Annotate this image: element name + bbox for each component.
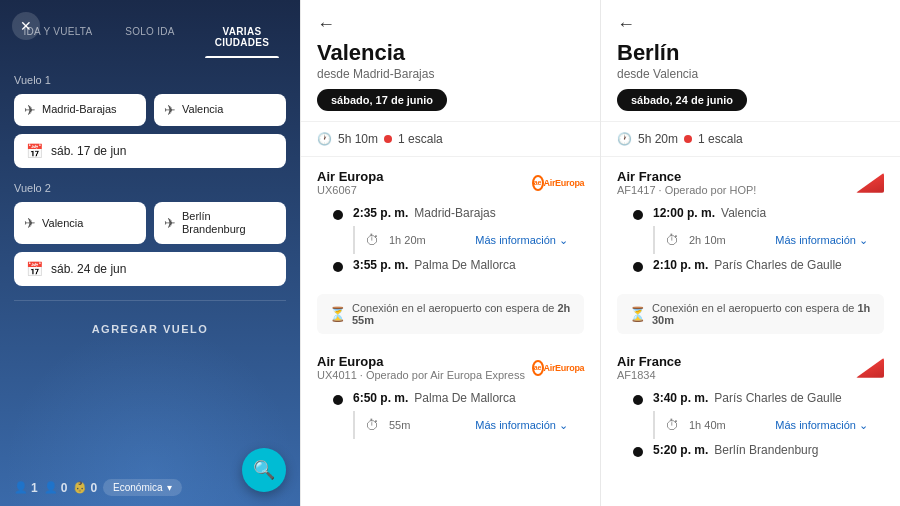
vuelo2-date-box[interactable]: 📅 sáb. 24 de jun (14, 252, 286, 286)
vuelo2-dest-city: Berlín Brandenburg (182, 210, 276, 236)
plane-departure-icon: ✈ (24, 102, 36, 118)
middle-more-info2[interactable]: Más información ⌄ (475, 419, 568, 432)
right-dep-place1: Valencia (721, 206, 766, 220)
right-header: ← Berlín desde Valencia sábado, 24 de ju… (601, 0, 900, 122)
right-tl-duration2: ⏱ 1h 40m Más información ⌄ (653, 411, 868, 439)
middle-airline1-name: Air Europa (317, 169, 383, 184)
right-conn-text1: Conexión en el aeropuerto con espera de … (652, 302, 872, 326)
vuelo2-route: ✈ Valencia ✈ Berlín Brandenburg (14, 202, 286, 244)
right-subtitle: desde Valencia (617, 67, 884, 81)
tl-dot-r4 (633, 447, 643, 457)
infant-icon: 👶 (73, 481, 87, 494)
vuelo1-origin-city: Madrid-Barajas (42, 103, 117, 116)
connection-icon-m: ⏳ (329, 306, 346, 322)
vuelo2-date: sáb. 24 de jun (51, 262, 126, 276)
middle-timeline2: 6:50 p. m. Palma De Mallorca ⏱ 55m Más i… (317, 391, 584, 439)
middle-tl-dep2: 6:50 p. m. Palma De Mallorca (333, 391, 568, 405)
vuelo1-route: ✈ Madrid-Barajas ✈ Valencia (14, 94, 286, 126)
right-connection1: ⏳ Conexión en el aeropuerto con espera d… (617, 294, 884, 334)
tab-varias-ciudades[interactable]: VARIAS CIUDADES (196, 18, 288, 58)
left-panel: ✕ IDA Y VUELTA SOLO IDA VARIAS CIUDADES … (0, 0, 300, 506)
middle-dep-time1: 2:35 p. m. (353, 206, 408, 220)
right-airline2-block: Air France AF1834 3:40 p. m. París Charl… (601, 342, 900, 471)
infants-count: 👶 0 (73, 481, 97, 495)
middle-airline1-info: Air Europa UX6067 (317, 169, 383, 196)
right-airline2-name: Air France (617, 354, 681, 369)
chevron-down-icon: ▾ (167, 482, 172, 493)
clock-icon-r1: ⏱ (665, 232, 679, 248)
right-airline1-name: Air France (617, 169, 756, 184)
right-airline1-block: Air France AF1417 · Operado por HOP! 12:… (601, 157, 900, 286)
middle-timeline1: 2:35 p. m. Madrid-Barajas ⏱ 1h 20m Más i… (317, 206, 584, 272)
right-airline2-info: Air France AF1834 (617, 354, 681, 381)
right-more-info2[interactable]: Más información ⌄ (775, 419, 868, 432)
tl-dot-r2 (633, 262, 643, 272)
clock-icon-r: 🕐 (617, 132, 632, 146)
right-panel: ← Berlín desde Valencia sábado, 24 de ju… (601, 0, 900, 506)
stops-dot-m (384, 135, 392, 143)
middle-header: ← Valencia desde Madrid-Barajas sábado, … (301, 0, 600, 122)
clock-icon-1: ⏱ (365, 232, 379, 248)
middle-dep-place1: Madrid-Barajas (414, 206, 495, 220)
right-title: Berlín (617, 41, 884, 65)
middle-date-chip: sábado, 17 de junio (317, 89, 447, 111)
middle-airline2-name: Air Europa (317, 354, 525, 369)
middle-arr-place1: Palma De Mallorca (414, 258, 515, 272)
middle-back-button[interactable]: ← (317, 14, 584, 35)
middle-dep-time2: 6:50 p. m. (353, 391, 408, 405)
middle-airline2-info: Air Europa UX4011 · Operado por Air Euro… (317, 354, 525, 381)
vuelo2-origin[interactable]: ✈ Valencia (14, 202, 146, 244)
middle-tl-duration1: ⏱ 1h 20m Más información ⌄ (353, 226, 568, 254)
children-count: 👤 0 (44, 481, 68, 495)
middle-tl-duration2: ⏱ 55m Más información ⌄ (353, 411, 568, 439)
right-duration2: 1h 40m (689, 419, 726, 431)
vuelo1-origin[interactable]: ✈ Madrid-Barajas (14, 94, 146, 126)
middle-panel: ← Valencia desde Madrid-Barajas sábado, … (300, 0, 601, 506)
right-duration: 5h 20m (638, 132, 678, 146)
vuelo1-date-box[interactable]: 📅 sáb. 17 de jun (14, 134, 286, 168)
right-tl-arr1: 2:10 p. m. París Charles de Gaulle (633, 258, 868, 272)
middle-duration2: 55m (389, 419, 410, 431)
bottom-bar: 👤 1 👤 0 👶 0 Económica ▾ 🔍 (0, 469, 300, 506)
middle-conn-text1: Conexión en el aeropuerto con espera de … (352, 302, 572, 326)
stops-dot-r (684, 135, 692, 143)
right-timeline2: 3:40 p. m. París Charles de Gaulle ⏱ 1h … (617, 391, 884, 457)
right-dep-place2: París Charles de Gaulle (714, 391, 841, 405)
chevron-down-icon-m1: ⌄ (559, 234, 568, 247)
vuelo2-origin-city: Valencia (42, 217, 83, 230)
add-flight-button[interactable]: AGREGAR VUELO (14, 313, 286, 345)
search-button[interactable]: 🔍 (242, 448, 286, 492)
right-airline1-info: Air France AF1417 · Operado por HOP! (617, 169, 756, 196)
search-icon: 🔍 (253, 459, 275, 481)
tab-ida-vuelta[interactable]: IDA Y VUELTA (12, 18, 104, 58)
right-dep-time1: 12:00 p. m. (653, 206, 715, 220)
trip-type-tabs: IDA Y VUELTA SOLO IDA VARIAS CIUDADES (0, 8, 300, 58)
right-airline2-header: Air France AF1834 (617, 354, 884, 381)
tl-dot-2 (333, 262, 343, 272)
clock-icon-r2: ⏱ (665, 417, 679, 433)
tab-solo-ida[interactable]: SOLO IDA (104, 18, 196, 58)
vuelo2-destination[interactable]: ✈ Berlín Brandenburg (154, 202, 286, 244)
middle-subtitle: desde Madrid-Barajas (317, 67, 584, 81)
adults-count: 👤 1 (14, 481, 38, 495)
cabin-selector[interactable]: Económica ▾ (103, 479, 181, 496)
right-back-button[interactable]: ← (617, 14, 884, 35)
vuelo1-destination[interactable]: ✈ Valencia (154, 94, 286, 126)
connection-icon-r: ⏳ (629, 306, 646, 322)
middle-duration1: 1h 20m (389, 234, 426, 246)
right-duration1: 2h 10m (689, 234, 726, 246)
right-airline1-header: Air France AF1417 · Operado por HOP! (617, 169, 884, 196)
right-arr-time2: 5:20 p. m. (653, 443, 708, 457)
clock-icon-m: 🕐 (317, 132, 332, 146)
right-tl-dep2: 3:40 p. m. París Charles de Gaulle (633, 391, 868, 405)
middle-title: Valencia (317, 41, 584, 65)
right-date-chip: sábado, 24 de junio (617, 89, 747, 111)
right-timeline1: 12:00 p. m. Valencia ⏱ 2h 10m Más inform… (617, 206, 884, 272)
right-tl-duration1: ⏱ 2h 10m Más información ⌄ (653, 226, 868, 254)
calendar-icon-1: 📅 (26, 143, 43, 159)
middle-more-info1[interactable]: Más información ⌄ (475, 234, 568, 247)
right-more-info1[interactable]: Más información ⌄ (775, 234, 868, 247)
right-airline2-code: AF1834 (617, 369, 681, 381)
vuelo1-dest-city: Valencia (182, 103, 223, 116)
air-france-logo-1 (856, 173, 884, 193)
